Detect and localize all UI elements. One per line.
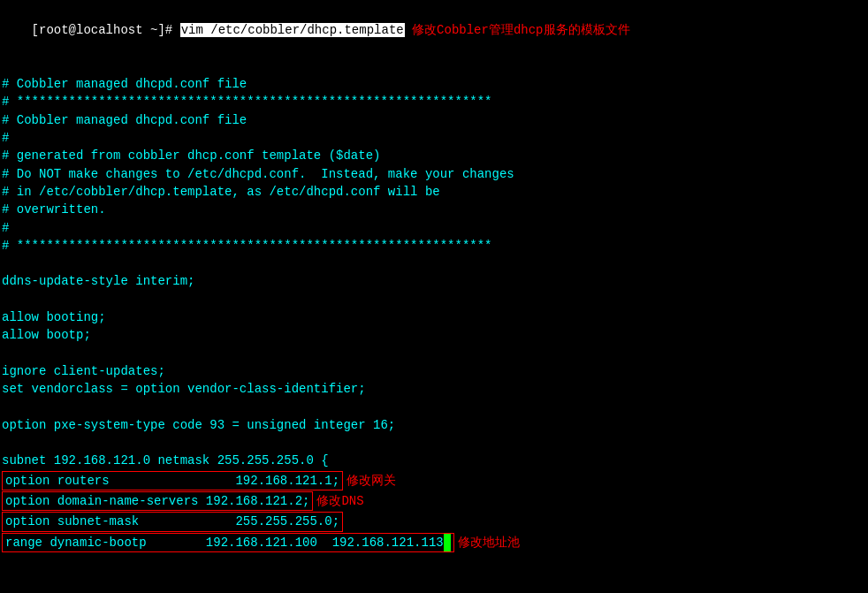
content-line-1: # Cobbler managed dhcpd.conf file [2, 75, 866, 93]
set-vendorclass-line: set vendorclass = option vendor-class-id… [2, 380, 866, 398]
terminal-window: [root@localhost ~]# vim /etc/cobbler/dhc… [0, 0, 868, 593]
command-annotation: 修改Cobbler管理dhcp服务的模板文件 [405, 23, 630, 37]
ddns-line: ddns-update-style interim; [2, 272, 866, 290]
option-dns-annotation: 修改DNS [316, 492, 363, 510]
option-subnet-row: option subnet-mask 255.255.255.0; [2, 512, 866, 531]
option-routers-annotation: 修改网关 [346, 472, 396, 490]
option-pxe-line: option pxe-system-type code 93 = unsigne… [2, 416, 866, 434]
empty-line-1 [2, 57, 866, 75]
allow-bootp-line: allow bootp; [2, 326, 866, 344]
option-routers-boxed: option routers 192.168.121.1; [2, 471, 343, 490]
option-dns-row: option domain-name-servers 192.168.121.2… [2, 491, 866, 511]
range-dynamic-row: range dynamic-bootp 192.168.121.100 192.… [2, 533, 866, 552]
empty-line-3 [2, 291, 866, 308]
range-dynamic-boxed: range dynamic-bootp 192.168.121.100 192.… [2, 533, 454, 552]
content-line-4: # [2, 129, 866, 147]
prompt: [root@localhost ~]# [32, 23, 180, 37]
content-line-6: # Do NOT make changes to /etc/dhcpd.conf… [2, 165, 866, 183]
content-line-5: # generated from cobbler dhcp.conf templ… [2, 147, 866, 164]
cursor [444, 534, 451, 551]
empty-line-4 [2, 345, 866, 362]
option-routers-row: option routers 192.168.121.1;修改网关 [2, 471, 866, 490]
content-line-7: # in /etc/cobbler/dhcp.template, as /etc… [2, 183, 866, 201]
option-dns-boxed: option domain-name-servers 192.168.121.2… [2, 491, 313, 511]
content-line-2: # **************************************… [2, 93, 866, 110]
option-subnet-boxed: option subnet-mask 255.255.255.0; [2, 512, 343, 531]
content-line-3: # Cobbler managed dhcpd.conf file [2, 111, 866, 129]
ignore-line: ignore client-updates; [2, 362, 866, 380]
empty-line-5 [2, 399, 866, 416]
empty-line-6 [2, 434, 866, 452]
range-dynamic-annotation: 修改地址池 [458, 534, 520, 551]
subnet-line: subnet 192.168.121.0 netmask 255.255.255… [2, 452, 866, 469]
content-line-10: # **************************************… [2, 237, 866, 255]
content-line-9: # [2, 219, 866, 237]
command-line: [root@localhost ~]# vim /etc/cobbler/dhc… [2, 4, 866, 57]
allow-booting-line: allow booting; [2, 308, 866, 326]
content-line-8: # overwritten. [2, 201, 866, 218]
vim-command: vim /etc/cobbler/dhcp.template [180, 23, 405, 37]
empty-line-2 [2, 255, 866, 272]
